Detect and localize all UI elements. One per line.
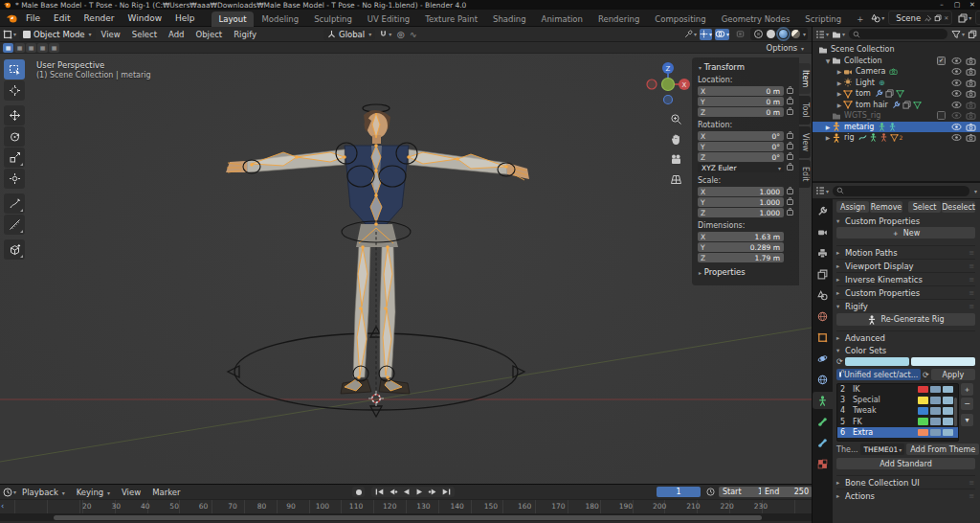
outliner-editor-icon[interactable]	[815, 30, 825, 39]
lock-icon[interactable]	[787, 154, 793, 160]
color-set-row-special[interactable]: 3Special	[837, 395, 958, 405]
disable-render-icon[interactable]	[966, 123, 976, 131]
expander-icon[interactable]: ▶	[835, 68, 843, 75]
scale-y-field[interactable]: Y1.000	[698, 197, 784, 207]
minimize-icon[interactable]: –	[934, 0, 949, 10]
tab-layout[interactable]: Layout	[212, 11, 255, 27]
lock-icon[interactable]	[787, 144, 793, 149]
material-preview-shading-icon[interactable]	[779, 30, 788, 38]
tab-shading[interactable]: Shading	[485, 11, 534, 27]
tab-render[interactable]	[813, 223, 833, 240]
tool-select-box[interactable]	[4, 59, 25, 80]
tab-object[interactable]	[813, 329, 833, 346]
panel-bone-collection-ui[interactable]: ▸Bone Collection UI≡	[836, 475, 975, 489]
hide-viewport-icon[interactable]	[951, 111, 962, 120]
expander-icon[interactable]: ▶	[835, 102, 843, 108]
jump-to-end-icon[interactable]	[441, 488, 452, 496]
menu-marker[interactable]: Marker	[146, 488, 186, 497]
list-scrollbar[interactable]	[954, 398, 957, 426]
show-overlays-icon[interactable]: ▾	[715, 29, 729, 40]
sidebar-tab-tool[interactable]: Tool	[799, 96, 811, 125]
color-set-row-extra[interactable]: 6Extra	[837, 427, 958, 438]
tab-physics[interactable]	[813, 371, 833, 388]
scrollbar-handle[interactable]	[54, 515, 762, 520]
rendered-shading-icon[interactable]	[791, 30, 800, 38]
disable-render-icon[interactable]	[966, 67, 976, 76]
dimensions-z-field[interactable]: Z1.79 m	[698, 253, 784, 262]
refresh-icon[interactable]: ⟳	[836, 357, 843, 366]
play-reverse-icon[interactable]	[401, 488, 412, 496]
tab-texture-paint[interactable]: Texture Paint	[417, 11, 485, 27]
tab-object-data[interactable]	[813, 392, 833, 409]
new-scene-icon[interactable]	[934, 14, 942, 22]
properties-panel-header[interactable]: ▸ Properties	[698, 267, 794, 277]
show-gizmo-icon[interactable]: ▾	[700, 29, 712, 40]
disable-render-icon[interactable]	[966, 89, 976, 98]
active-swatch[interactable]	[943, 429, 953, 437]
scale-x-field[interactable]: X1.000	[698, 187, 784, 196]
select-swatch[interactable]	[930, 407, 941, 415]
select-button[interactable]: Select	[908, 201, 941, 213]
menu-window[interactable]: Window	[122, 13, 169, 23]
add-standard-button[interactable]: Add Standard	[836, 458, 975, 469]
select-swatch[interactable]	[930, 397, 941, 404]
menu-select[interactable]: Select	[126, 30, 163, 39]
perspective-toggle-icon[interactable]	[670, 173, 687, 186]
color-set-list[interactable]: 2IK 3Special 4Tweak 5FK 6Extra	[836, 383, 959, 442]
hide-viewport-icon[interactable]	[951, 123, 962, 131]
camera-view-icon[interactable]	[670, 153, 687, 166]
tool-move[interactable]	[4, 105, 25, 125]
select-mode-invert-icon[interactable]: ▦	[37, 43, 48, 53]
new-collection-icon[interactable]	[968, 30, 977, 39]
assign-button[interactable]: Assign	[836, 201, 869, 213]
tab-compositing[interactable]: Compositing	[647, 11, 713, 27]
properties-editor-icon[interactable]	[815, 186, 825, 195]
dimensions-x-field[interactable]: X1.63 m	[698, 232, 784, 241]
proportional-edit-icon[interactable]: ◎	[394, 29, 407, 40]
active-swatch[interactable]	[943, 418, 953, 425]
options-dropdown[interactable]: Options ▾	[766, 43, 804, 53]
menu-keying[interactable]: Keying ▾	[71, 488, 116, 497]
tab-uv-editing[interactable]: UV Editing	[360, 11, 417, 27]
disable-render-icon[interactable]	[966, 133, 976, 142]
scene-selector[interactable]: Scene ✕	[888, 11, 952, 25]
outliner-row-scene-collection[interactable]: Scene Collection	[813, 44, 980, 56]
lock-icon[interactable]	[787, 88, 793, 94]
color-set-specials-icon[interactable]: ▾	[961, 414, 973, 426]
color-set-row-ik[interactable]: 2IK	[837, 384, 958, 395]
tab-view-layer[interactable]	[813, 265, 833, 283]
add-color-set-button[interactable]: ＋	[961, 383, 973, 396]
exclude-checkbox[interactable]	[937, 111, 946, 120]
next-keyframe-icon[interactable]	[428, 488, 438, 496]
view-layer-icon[interactable]	[958, 13, 968, 23]
tab-sculpting[interactable]: Sculpting	[306, 11, 360, 27]
scale-z-field[interactable]: Z1.000	[698, 208, 784, 217]
panel-motion-paths[interactable]: ▸Motion Paths≡	[836, 245, 975, 259]
exclude-checkbox[interactable]: ✓	[937, 57, 946, 65]
refresh-icon[interactable]: ⟳	[923, 371, 929, 379]
outliner-row-rig[interactable]: ▶ rig 2	[813, 132, 980, 144]
rotation-mode-dropdown[interactable]: XYZ Euler▾	[698, 163, 784, 172]
regenerate-rig-button[interactable]: Re-Generate Rig	[836, 313, 975, 326]
panel-viewport-display[interactable]: ▸Viewport Display≡	[836, 259, 975, 272]
transform-panel-header[interactable]: ▾ Transform	[698, 62, 794, 72]
sidebar-tab-edit[interactable]: Edit	[799, 160, 811, 189]
active-swatch[interactable]	[943, 407, 953, 415]
tab-scene[interactable]	[813, 286, 833, 304]
tab-modeling[interactable]: Modeling	[254, 11, 306, 27]
outliner-row-light[interactable]: ▶ Light ⊕	[813, 78, 980, 89]
pan-hand-icon[interactable]	[670, 133, 687, 146]
color-swatch[interactable]	[918, 429, 928, 437]
zoom-icon[interactable]	[670, 113, 687, 125]
lock-icon[interactable]	[787, 210, 793, 216]
menu-view[interactable]: View	[116, 488, 146, 497]
lock-icon[interactable]	[787, 165, 793, 171]
snap-magnet-icon[interactable]: ▾	[379, 29, 391, 40]
theme-dropdown[interactable]: THEME01▾	[860, 443, 905, 455]
menu-add[interactable]: Add	[163, 30, 189, 39]
tab-bone[interactable]	[813, 413, 833, 430]
location-y-field[interactable]: Y0 m	[698, 97, 784, 106]
panel-custom-properties[interactable]: ▸Custom Properties≡	[836, 285, 975, 299]
panel-rigify[interactable]: ▾Rigify≡	[836, 299, 975, 312]
tab-animation[interactable]: Animation	[534, 11, 590, 27]
